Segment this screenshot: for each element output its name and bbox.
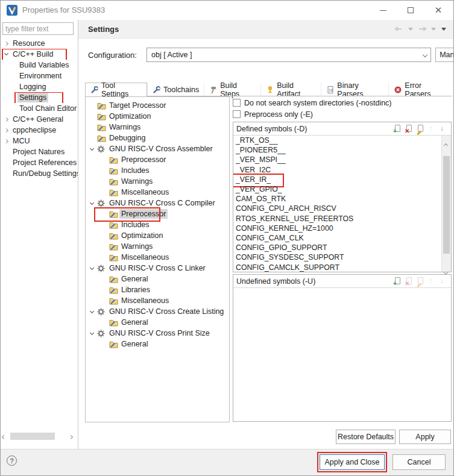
sidebar-item[interactable]: Build Variables (1, 60, 78, 70)
forward-icon[interactable] (418, 26, 426, 32)
move-up-icon[interactable]: ↑ (427, 124, 437, 133)
sidebar-item[interactable]: C/C++ General (1, 114, 78, 125)
minimize-button[interactable] (369, 1, 397, 20)
symbol-row[interactable]: CONFIG_KERNEL_HZ=1000 (233, 224, 451, 233)
tab-tool-settings[interactable]: Tool Settings (85, 83, 147, 96)
sidebar-item[interactable]: MCU (1, 136, 78, 146)
symbol-row[interactable]: _VER_GPIO_ (233, 184, 451, 194)
scrollbar-thumb[interactable] (10, 433, 55, 440)
symbol-row[interactable]: CONFIG_SYSDESC_SUPPORT (233, 252, 451, 262)
sidebar-item[interactable]: cppcheclipse (1, 125, 78, 136)
sidebar-item[interactable]: C/C++ Build (1, 49, 78, 60)
symbol-row[interactable]: CAM_OS_RTK (233, 194, 451, 204)
apply-and-close-button[interactable]: Apply and Close (320, 454, 385, 470)
restore-defaults-button[interactable]: Restore Defaults (336, 430, 396, 444)
symbol-row[interactable]: CONFIG_CAMCLK_SUPPORT (233, 262, 451, 272)
delete-symbol-icon[interactable]: ✕ (405, 277, 414, 286)
tab-toolchains[interactable]: Toolchains (147, 83, 204, 96)
tool-tree-item[interactable]: Includes (86, 165, 229, 176)
tool-tree-item[interactable]: Preprocessor (86, 154, 229, 165)
dialog-button-bar: ? Apply and Close Cancel (1, 449, 453, 476)
add-symbol-icon[interactable]: + (393, 124, 402, 133)
cancel-button[interactable]: Cancel (393, 454, 446, 470)
forward-menu-icon[interactable] (431, 28, 436, 31)
tool-tree-item[interactable]: Optimization (86, 111, 229, 122)
tab-label: Build Artifact (277, 81, 316, 98)
tab-build-artifact[interactable]: Build Artifact (260, 83, 321, 96)
tab-binary-parsers[interactable]: 10 Binary Parsers (321, 83, 388, 96)
sidebar-item[interactable]: Environment (1, 70, 78, 81)
tool-settings-tree: Target Processor (85, 96, 230, 422)
scroll-left-icon[interactable] (2, 433, 8, 439)
symbol-row[interactable]: CONFIG_CPU_ARCH_RISCV (233, 204, 451, 213)
tab-error-parsers[interactable]: Error Parsers (388, 83, 452, 96)
tool-tree-item[interactable]: General (86, 317, 229, 328)
symbol-row[interactable]: _VER_IR_ (233, 175, 451, 184)
tool-tree-item[interactable]: Preprocessor (86, 208, 229, 219)
scrollbar-thumb[interactable] (443, 156, 450, 254)
tool-tree-item[interactable]: GNU RISC-V Cross Assembler (86, 143, 229, 154)
tool-tree-item[interactable]: Libraries (86, 284, 229, 295)
tool-tree-item[interactable]: GNU RISC-V Cross Print Size (86, 328, 229, 339)
scroll-right-icon[interactable] (69, 433, 75, 439)
symbol-text: _VER_GPIO_ (236, 185, 282, 193)
scroll-up-icon[interactable] (444, 139, 449, 143)
maximize-button[interactable] (397, 1, 424, 20)
view-menu-icon[interactable] (441, 28, 446, 31)
tool-tree-item[interactable]: Miscellaneous (86, 295, 229, 306)
sidebar-item[interactable]: Resource (1, 38, 78, 49)
tool-tree-item[interactable]: Optimization (86, 230, 229, 241)
nostdinc-option[interactable]: Do not search system directories (-nostd… (233, 97, 452, 108)
manage-configurations-button[interactable]: Manage Configurations... (435, 48, 454, 62)
tab-build-steps[interactable]: Build Steps (204, 83, 260, 96)
sidebar-item[interactable]: Tool Chain Editor (1, 103, 78, 114)
close-button[interactable]: ✕ (424, 1, 452, 20)
symbol-row[interactable]: _PIONEER5__ (233, 145, 451, 155)
chevron-down-icon (89, 311, 97, 313)
help-button[interactable]: ? (7, 456, 17, 466)
defined-symbols-list[interactable]: _RTK_OS__ _PIONEER5__ _VER_MSPI__ _VER_I… (233, 136, 451, 272)
chevron-down-icon (89, 202, 97, 204)
configuration-select[interactable]: obj [ Active ] (147, 48, 431, 62)
preprocess-only-option[interactable]: Preprocess only (-E) (233, 108, 452, 120)
add-symbol-icon[interactable]: + (393, 277, 402, 286)
back-menu-icon[interactable] (408, 28, 413, 31)
checkbox[interactable] (233, 99, 241, 107)
tool-tree-item[interactable]: Includes (86, 219, 229, 230)
symbol-row[interactable]: CONFIG_GPIO_SUPPORT (233, 243, 451, 252)
sidebar-item[interactable]: Settings (1, 92, 78, 103)
checkbox[interactable] (233, 110, 241, 118)
tool-tree-item[interactable]: General (86, 274, 229, 284)
sidebar-item[interactable]: Logging (1, 81, 78, 92)
edit-symbol-icon[interactable] (416, 277, 425, 286)
apply-button[interactable]: Apply (399, 430, 451, 444)
sidebar-item[interactable]: Run/Debug Settings (1, 168, 78, 179)
delete-symbol-icon[interactable]: ✕ (405, 124, 414, 133)
move-down-icon[interactable]: ↓ (439, 124, 448, 133)
edit-symbol-icon[interactable] (416, 124, 425, 133)
tool-tree-item[interactable]: Miscellaneous (86, 187, 229, 198)
symbol-row[interactable]: _VER_MSPI__ (233, 155, 451, 164)
move-up-icon[interactable]: ↑ (427, 277, 437, 286)
sidebar-item[interactable]: Project Natures (1, 146, 78, 157)
tool-tree-item[interactable]: Warnings (86, 241, 229, 252)
tool-tree-item[interactable]: Miscellaneous (86, 252, 229, 263)
symbols-scrollbar[interactable] (441, 136, 451, 272)
filter-input[interactable] (2, 22, 74, 35)
back-icon[interactable] (396, 26, 403, 32)
tool-tree-item[interactable]: GNU RISC-V Cross Create Listing (86, 306, 229, 317)
tool-tree-item[interactable]: Debugging (86, 133, 229, 143)
symbol-row[interactable]: CONFIG_CAM_CLK (233, 233, 451, 243)
move-down-icon[interactable]: ↓ (439, 277, 448, 286)
scroll-down-icon[interactable] (444, 266, 449, 270)
tool-tree-item[interactable]: GNU RISC-V Cross C Linker (86, 263, 229, 274)
symbol-row[interactable]: _RTK_OS__ (233, 136, 451, 145)
sidebar-item-label: C/C++ Build (11, 49, 55, 59)
symbol-row[interactable]: RTOS_KERNEL_USE_FREERTOS (233, 214, 451, 224)
sidebar-horizontal-scrollbar[interactable] (1, 431, 78, 442)
tool-tree-item[interactable]: General (86, 339, 229, 349)
tool-tree-item[interactable]: Target Processor (86, 100, 229, 111)
tool-tree-item[interactable]: Warnings (86, 122, 229, 133)
tool-tree-item[interactable]: Warnings (86, 176, 229, 187)
sidebar-item[interactable]: Project References (1, 157, 78, 168)
